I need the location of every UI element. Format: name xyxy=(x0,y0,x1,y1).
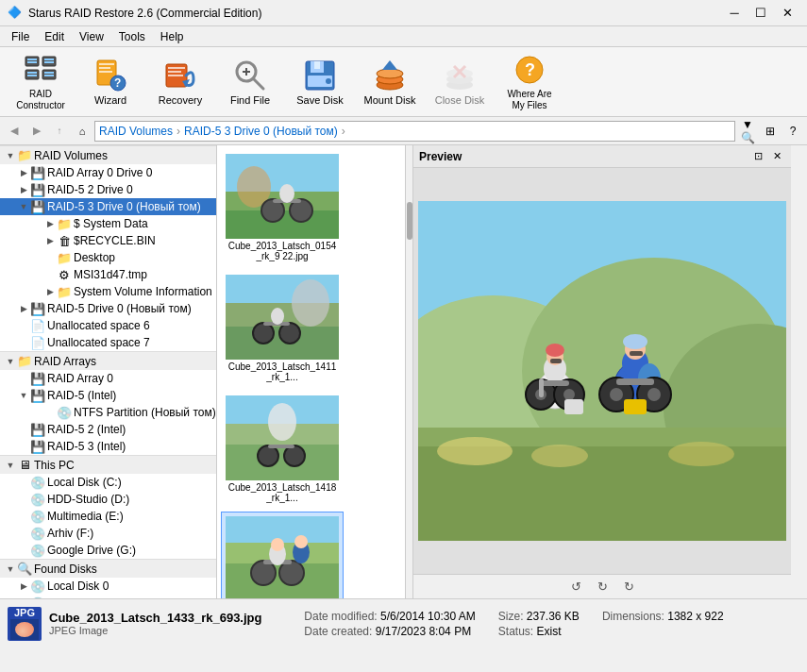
section-raid-volumes[interactable]: ▼ 📁 RAID Volumes xyxy=(0,145,216,164)
tree-unallocated-6-label: Unallocated space 6 xyxy=(47,319,150,332)
status-dimensions: Dimensions: 1382 x 922 xyxy=(602,610,724,623)
svg-line-24 xyxy=(253,78,263,89)
tree-raid-5-3-intel-expand xyxy=(17,440,30,453)
svg-rect-104 xyxy=(616,378,654,385)
file-item-2[interactable]: Cube_2013_Latsch_1411_rk_1... xyxy=(221,270,344,387)
tree-local-disk-1[interactable]: 💿 Local Disk 1 xyxy=(0,595,216,598)
tree-local-disk-0[interactable]: ▶ 💿 Local Disk 0 xyxy=(0,578,216,595)
find-file-label: Find File xyxy=(230,94,270,106)
tree-sys-vol-info-icon: 📁 xyxy=(57,284,72,299)
tree-system-data-expand: ▶ xyxy=(43,217,57,230)
tree-local-disk-c[interactable]: 💿 Local Disk (C:) xyxy=(0,474,216,491)
status-dimensions-value: 1382 x 922 xyxy=(667,610,723,623)
mount-disk-label: Mount Disk xyxy=(363,94,415,106)
address-path[interactable]: RAID Volumes › RAID-5 3 Drive 0 (Новый т… xyxy=(94,121,735,142)
section-found-disks[interactable]: ▼ 🔍 Found Disks xyxy=(0,559,216,578)
tree-unallocated-6[interactable]: 📄 Unallocated space 6 xyxy=(0,317,216,334)
find-file-button[interactable]: Find File xyxy=(217,52,283,112)
preview-prev-button[interactable]: ↺ xyxy=(566,578,585,596)
tree-raid-5-3-drive-0[interactable]: ▼ 💾 RAID-5 3 Drive 0 (Новый том) xyxy=(0,198,216,215)
maximize-button[interactable]: ☐ xyxy=(748,4,773,23)
address-sep-1: › xyxy=(177,125,180,138)
tree-raid-5-intel-label: RAID-5 (Intel) xyxy=(47,389,116,402)
menu-tools[interactable]: Tools xyxy=(111,28,153,45)
home-button[interactable]: ⌂ xyxy=(72,121,92,142)
main-layout: ▼ 📁 RAID Volumes ▶ 💾 RAID Array 0 Drive … xyxy=(0,145,807,598)
tree-unallocated-7[interactable]: 📄 Unallocated space 7 xyxy=(0,334,216,351)
tree-desktop-label: Desktop xyxy=(74,251,115,264)
file-item-3[interactable]: Cube_2013_Latsch_1418_rk_1... xyxy=(221,391,344,508)
section-this-pc[interactable]: ▼ 🖥 This PC xyxy=(0,455,216,474)
svg-rect-107 xyxy=(550,359,562,363)
file-item-1[interactable]: Cube_2013_Latsch_0154_rk_9 22.jpg xyxy=(221,149,344,266)
tree-raid-array-0-label: RAID Array 0 xyxy=(47,372,113,385)
recovery-button[interactable]: Recovery xyxy=(147,52,213,112)
tree-msi31d47[interactable]: ⚙ MSI31d47.tmp xyxy=(0,266,216,283)
section-found-disks-label: Found Disks xyxy=(34,563,97,576)
preview-expand-button[interactable]: ⊡ xyxy=(749,148,766,165)
preview-controls: ↺ ↻ ↻ xyxy=(413,574,791,598)
file-item-4[interactable]: Cube_2013_Latsch_1433_rk_6 93.jpg xyxy=(221,512,344,598)
tree-raid-array-0-drive-0[interactable]: ▶ 💾 RAID Array 0 Drive 0 xyxy=(0,164,216,181)
filter-button[interactable]: ▼🔍 xyxy=(737,121,758,142)
up-button[interactable]: ↑ xyxy=(49,121,70,142)
tree-google-drive-g[interactable]: 💿 Google Drive (G:) xyxy=(0,542,216,559)
tree-local-disk-c-icon: 💿 xyxy=(30,475,45,490)
section-found-disks-expand: ▼ xyxy=(4,563,17,576)
status-status-label: Status: xyxy=(498,625,533,638)
close-disk-button[interactable]: Close Disk xyxy=(427,52,493,112)
menu-view[interactable]: View xyxy=(72,28,111,45)
tree-system-data[interactable]: ▶ 📁 $ System Data xyxy=(0,215,216,232)
where-my-files-icon: ? xyxy=(513,53,546,87)
status-modified-label: Date modified: xyxy=(304,610,377,623)
svg-point-75 xyxy=(294,535,308,548)
tree-hdd-studio-d[interactable]: 💿 HDD-Studio (D:) xyxy=(0,491,216,508)
wizard-button[interactable]: ? Wizard xyxy=(77,52,143,112)
tree-raid-5-intel[interactable]: ▼ 💾 RAID-5 (Intel) xyxy=(0,387,216,404)
forward-button[interactable]: ▶ xyxy=(26,121,47,142)
svg-point-55 xyxy=(253,323,274,344)
preview-next-button[interactable]: ↻ xyxy=(619,578,638,596)
section-raid-arrays[interactable]: ▼ 📁 RAID Arrays xyxy=(0,351,216,370)
save-disk-button[interactable]: Save Disk xyxy=(287,52,353,112)
tree-sys-vol-info[interactable]: ▶ 📁 System Volume Information xyxy=(0,283,216,300)
menu-edit[interactable]: Edit xyxy=(37,28,72,45)
where-my-files-button[interactable]: ? Where Are My Files xyxy=(496,52,563,112)
tree-raid-5-2-intel-expand xyxy=(17,423,30,436)
preview-close-button[interactable]: ✕ xyxy=(768,148,785,165)
svg-point-84 xyxy=(668,442,734,466)
tree-raid-array-0[interactable]: 💾 RAID Array 0 xyxy=(0,370,216,387)
tree-arhiv-f[interactable]: 💿 Arhiv (F:) xyxy=(0,525,216,542)
help-button[interactable]: ? xyxy=(782,121,803,142)
status-size-label: Size: xyxy=(498,610,524,623)
section-raid-arrays-icon: 📁 xyxy=(17,354,32,369)
tree-multimedia-e[interactable]: 💿 Multimedia (E:) xyxy=(0,508,216,525)
minimize-button[interactable]: ─ xyxy=(722,4,747,23)
menu-file[interactable]: File xyxy=(4,28,37,45)
raid-constructor-button[interactable]: RAIDConstructor xyxy=(8,52,74,112)
tree-ntfs-partition[interactable]: 💿 NTFS Partition (Новый том) xyxy=(0,404,216,421)
tree-raid-5-drive-0-icon: 💾 xyxy=(30,301,45,316)
close-disk-label: Close Disk xyxy=(435,94,485,106)
back-button[interactable]: ◀ xyxy=(4,121,25,142)
app-icon: 🔷 xyxy=(8,6,23,21)
mount-disk-button[interactable]: Mount Disk xyxy=(357,52,423,112)
tree-raid-5-2-drive-0[interactable]: ▶ 💾 RAID-5 2 Drive 0 xyxy=(0,181,216,198)
tree-recycle-bin[interactable]: ▶ 🗑 $RECYCLE.BIN xyxy=(0,232,216,249)
tree-local-disk-1-expand xyxy=(17,596,30,598)
menu-help[interactable]: Help xyxy=(153,28,192,45)
svg-rect-10 xyxy=(44,72,54,74)
tree-system-data-icon: 📁 xyxy=(57,216,72,231)
view-toggle-button[interactable]: ⊞ xyxy=(760,121,781,142)
files-scrollbar[interactable] xyxy=(406,145,413,598)
tree-raid-5-3-intel[interactable]: 💾 RAID-5 3 (Intel) xyxy=(0,438,216,455)
tree-sys-vol-info-label: System Volume Information xyxy=(74,285,212,298)
find-file-icon xyxy=(233,59,267,92)
tree-raid-5-drive-0[interactable]: ▶ 💾 RAID-5 Drive 0 (Новый том) xyxy=(0,300,216,317)
wizard-icon: ? xyxy=(93,59,127,92)
preview-refresh-button[interactable]: ↻ xyxy=(593,578,612,596)
tree-desktop[interactable]: 📁 Desktop xyxy=(0,249,216,266)
recovery-icon xyxy=(163,59,197,92)
tree-raid-5-2-intel[interactable]: 💾 RAID-5 2 (Intel) xyxy=(0,421,216,438)
close-button[interactable]: ✕ xyxy=(775,4,799,23)
